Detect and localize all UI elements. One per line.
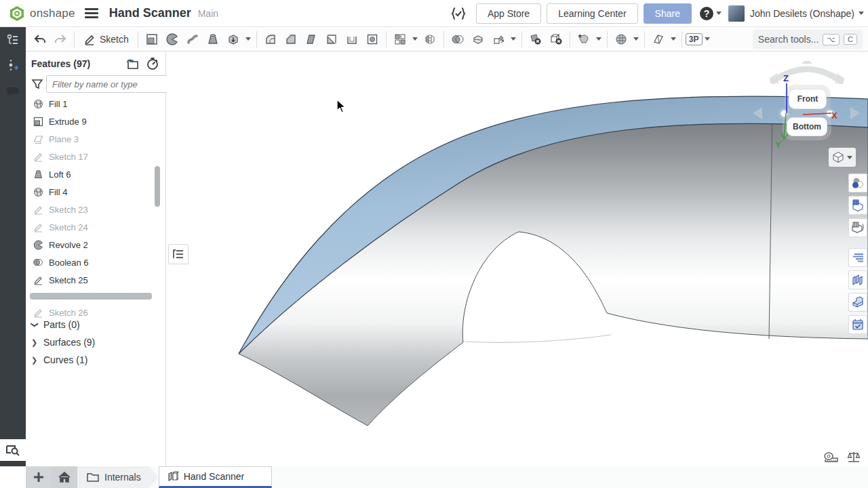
- freeform-menu-caret-icon[interactable]: [631, 29, 641, 49]
- filter-funnel-icon[interactable]: [31, 78, 43, 90]
- view-options-button[interactable]: [829, 148, 856, 167]
- chevron-down-icon: ❯: [31, 321, 39, 328]
- appearance-panel-icon[interactable]: [848, 174, 867, 192]
- display-states-panel-icon[interactable]: [848, 218, 867, 237]
- chamfer-icon[interactable]: [281, 29, 301, 49]
- comments-icon[interactable]: [0, 79, 26, 104]
- panel-toggle-button[interactable]: [168, 244, 189, 264]
- feature-list: Fill 1 Extrude 9 Plane 3 Sketch 17 Loft …: [26, 95, 155, 319]
- feature-row[interactable]: Fill 4: [26, 183, 155, 201]
- feature-list-icon[interactable]: [0, 27, 26, 53]
- sketch-icon: [33, 274, 43, 285]
- feature-row[interactable]: Sketch 24: [26, 218, 155, 236]
- linear-pattern-icon[interactable]: [390, 29, 410, 49]
- hole-icon[interactable]: [362, 29, 382, 49]
- thicken-menu-caret-icon[interactable]: [243, 29, 253, 49]
- part-properties-panel-icon[interactable]: [848, 293, 867, 312]
- features-panel: Features (97) Fill 1 Extrude 9 Plane 3: [26, 52, 166, 466]
- thicken-icon[interactable]: [223, 29, 243, 49]
- brand-wordmark: onshape: [30, 7, 75, 20]
- rotate-right-arrow-icon[interactable]: [849, 106, 861, 121]
- sketch-button[interactable]: Sketch: [78, 29, 134, 49]
- user-menu[interactable]: John Desilets (Onshape): [750, 8, 854, 19]
- move-face-icon[interactable]: [574, 29, 594, 49]
- tab-internals[interactable]: Internals: [77, 466, 159, 488]
- feature-row[interactable]: Sketch 25: [26, 271, 155, 289]
- user-menu-caret-icon[interactable]: [859, 12, 864, 15]
- freeform-icon[interactable]: [611, 29, 631, 49]
- loft-icon: [33, 169, 43, 180]
- insert-tab-button[interactable]: [26, 466, 52, 488]
- split-icon[interactable]: [468, 29, 488, 49]
- fill-icon: [33, 98, 43, 109]
- shell-icon[interactable]: [342, 29, 362, 49]
- sketch-icon: [33, 204, 43, 215]
- feature-row[interactable]: Extrude 9: [26, 113, 155, 130]
- feature-row[interactable]: Boolean 6: [26, 253, 155, 271]
- surface-icon[interactable]: [648, 29, 669, 49]
- measure-icon[interactable]: [823, 450, 839, 465]
- section-surfaces[interactable]: ❯ Surfaces (9): [26, 333, 165, 351]
- feature-row[interactable]: Plane 3: [26, 130, 155, 148]
- delete-part-icon[interactable]: [546, 29, 566, 49]
- key-c: C: [844, 34, 857, 45]
- point-mode-caret-icon[interactable]: [703, 29, 712, 49]
- boolean-icon[interactable]: [448, 29, 468, 49]
- plus-icon: [33, 472, 44, 483]
- home-tab-button[interactable]: [52, 466, 77, 488]
- draft-icon[interactable]: [301, 29, 321, 49]
- rollback-timer-icon[interactable]: [145, 56, 160, 71]
- left-rail: [0, 27, 26, 466]
- filter-input[interactable]: [46, 75, 179, 93]
- help-caret-icon[interactable]: [716, 12, 722, 15]
- mass-properties-icon[interactable]: [846, 450, 862, 465]
- versions-history-icon[interactable]: [0, 53, 26, 79]
- new-folder-icon[interactable]: [125, 56, 140, 71]
- revolve-icon[interactable]: [162, 29, 182, 49]
- loft-icon[interactable]: [203, 29, 223, 49]
- pattern-menu-caret-icon[interactable]: [410, 29, 420, 49]
- three-point-mode-button[interactable]: 3P: [686, 33, 703, 45]
- horizontal-scrollbar[interactable]: [30, 293, 152, 300]
- share-button[interactable]: Share: [644, 3, 692, 24]
- onshape-logo-icon: [9, 5, 24, 22]
- feature-row[interactable]: Sketch 23: [26, 201, 155, 218]
- configurations-panel-icon[interactable]: [848, 196, 867, 215]
- fillet-icon[interactable]: [260, 29, 281, 49]
- rotate-left-arrow-icon[interactable]: [751, 106, 764, 121]
- folder-icon: [87, 472, 99, 482]
- help-icon[interactable]: ?: [700, 7, 713, 20]
- tab-hand-scanner[interactable]: Hand Scanner: [159, 466, 273, 488]
- transform-menu-caret-icon[interactable]: [509, 29, 518, 49]
- search-tools-box[interactable]: Search tools... ⌥ C: [753, 30, 863, 49]
- sweep-icon[interactable]: [182, 29, 203, 49]
- features-panel-title: Features (97): [31, 58, 125, 69]
- section-parts[interactable]: ❯ Parts (0): [26, 316, 165, 333]
- document-search-icon[interactable]: [0, 439, 26, 461]
- transform-icon[interactable]: [488, 29, 509, 49]
- learning-center-button[interactable]: Learning Center: [547, 3, 637, 24]
- surface-menu-caret-icon[interactable]: [669, 29, 678, 49]
- comments-panel-icon[interactable]: [848, 248, 867, 267]
- user-avatar[interactable]: [728, 5, 745, 22]
- feature-row[interactable]: Sketch 17: [26, 148, 155, 165]
- move-face-menu-caret-icon[interactable]: [594, 29, 604, 49]
- rib-icon[interactable]: [321, 29, 342, 49]
- redo-icon[interactable]: [50, 29, 71, 49]
- feature-row[interactable]: Loft 6: [26, 165, 155, 183]
- workspace-name[interactable]: Main: [198, 8, 218, 19]
- main-menu-icon[interactable]: [85, 8, 98, 18]
- section-curves[interactable]: ❯ Curves (1): [26, 351, 165, 369]
- versions-braces-icon[interactable]: [450, 6, 467, 21]
- vertical-scrollbar[interactable]: [155, 166, 160, 207]
- feature-row[interactable]: Revolve 2: [26, 236, 155, 253]
- app-store-button[interactable]: App Store: [476, 3, 541, 24]
- release-management-panel-icon[interactable]: [848, 315, 867, 334]
- mirror-icon[interactable]: [420, 29, 440, 49]
- delete-face-icon[interactable]: [526, 29, 546, 49]
- extrude-icon[interactable]: [142, 29, 162, 49]
- undo-icon[interactable]: [30, 29, 50, 49]
- parts-list-panel-icon[interactable]: [848, 270, 867, 289]
- sketch-label: Sketch: [100, 34, 129, 45]
- feature-row[interactable]: Fill 1: [26, 95, 155, 113]
